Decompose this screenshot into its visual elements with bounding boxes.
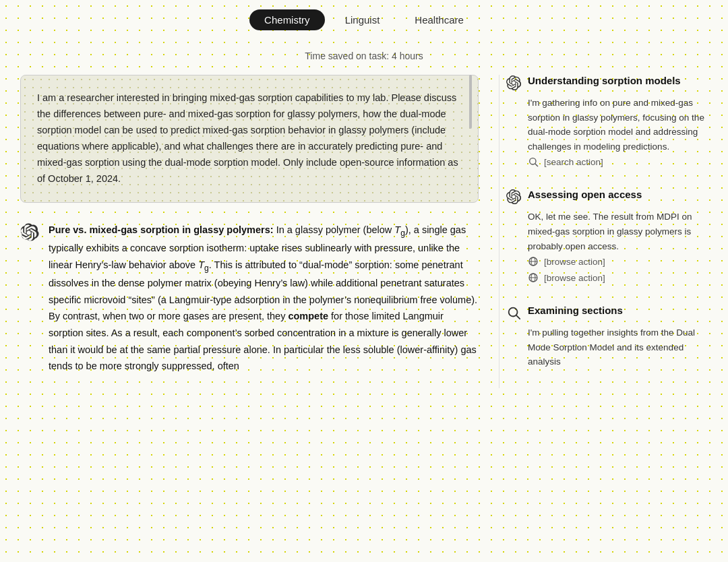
tg2-sub: g xyxy=(204,263,209,272)
browse-icon-1 xyxy=(528,256,539,267)
time-saved-text: Time saved on task: 4 hours xyxy=(305,51,423,61)
sidebar-search-action-1[interactable]: [search action] xyxy=(506,154,708,170)
sidebar-browse-action-1-label: [browse action] xyxy=(544,257,605,267)
left-panel: I am a researcher interested in bringing… xyxy=(20,75,499,388)
sidebar-item-open-access: Assessing open access OK, let me see. Th… xyxy=(506,189,708,286)
right-panel: Understanding sorption models I'm gather… xyxy=(499,75,708,388)
sidebar-search-action-1-label: [search action] xyxy=(544,157,603,167)
main-layout: I am a researcher interested in bringing… xyxy=(0,68,728,408)
tab-bar: Chemistry Linguist Healthcare xyxy=(0,0,728,38)
search-icon-1 xyxy=(528,156,539,167)
svg-line-1 xyxy=(535,164,538,166)
tab-healthcare[interactable]: Healthcare xyxy=(400,9,479,30)
sidebar-item-open-access-header: Assessing open access xyxy=(506,189,708,204)
browse-icon-2 xyxy=(528,272,539,283)
svg-line-9 xyxy=(516,315,520,319)
sidebar-item-examining: Examining sections I'm pulling together … xyxy=(506,305,708,369)
scrollbar-thumb[interactable] xyxy=(469,75,472,129)
tg2: T xyxy=(198,259,204,270)
sidebar-browse-action-2[interactable]: [browse action] xyxy=(506,270,708,286)
tab-chemistry[interactable]: Chemistry xyxy=(249,9,325,30)
sidebar-item-understanding-header: Understanding sorption models xyxy=(506,75,708,90)
sidebar-item-examining-desc: I'm pulling together insights from the D… xyxy=(506,325,708,369)
prompt-text: I am a researcher interested in bringing… xyxy=(37,92,458,184)
sidebar-item-open-access-desc: OK, let me see. The result from MDPI on … xyxy=(506,210,708,253)
left-panel-inner: I am a researcher interested in bringing… xyxy=(20,75,479,375)
time-saved-banner: Time saved on task: 4 hours xyxy=(0,38,728,68)
chatgpt-icon xyxy=(20,223,39,242)
response-text1-part1: In a glassy polymer (below xyxy=(274,224,395,235)
chatgpt-sidebar-icon-1 xyxy=(506,75,521,90)
sidebar-item-examining-title: Examining sections xyxy=(528,305,623,316)
sidebar-item-understanding: Understanding sorption models I'm gather… xyxy=(506,75,708,170)
tg1: T xyxy=(394,224,400,235)
sidebar-item-examining-header: Examining sections xyxy=(506,305,708,320)
chatgpt-sidebar-icon-2 xyxy=(506,189,521,204)
tab-linguist[interactable]: Linguist xyxy=(330,9,395,30)
sidebar-item-open-access-title: Assessing open access xyxy=(528,189,642,200)
sidebar-item-understanding-title: Understanding sorption models xyxy=(528,75,681,86)
search-sidebar-icon-3 xyxy=(506,305,521,320)
chat-response: Pure vs. mixed-gas sorption in glassy po… xyxy=(20,222,479,375)
response-title-bold: Pure vs. mixed-gas sorption in glassy po… xyxy=(49,224,274,235)
chat-response-text: Pure vs. mixed-gas sorption in glassy po… xyxy=(49,222,479,375)
tg1-sub: g xyxy=(400,228,405,237)
scrollbar-track[interactable] xyxy=(469,75,472,375)
sidebar-browse-action-2-label: [browse action] xyxy=(544,273,605,283)
prompt-box: I am a researcher interested in bringing… xyxy=(20,75,479,203)
sidebar-item-understanding-desc: I'm gathering info on pure and mixed-gas… xyxy=(506,96,708,154)
sidebar-browse-action-1[interactable]: [browse action] xyxy=(506,253,708,270)
response-compete-bold: compete xyxy=(288,311,328,321)
